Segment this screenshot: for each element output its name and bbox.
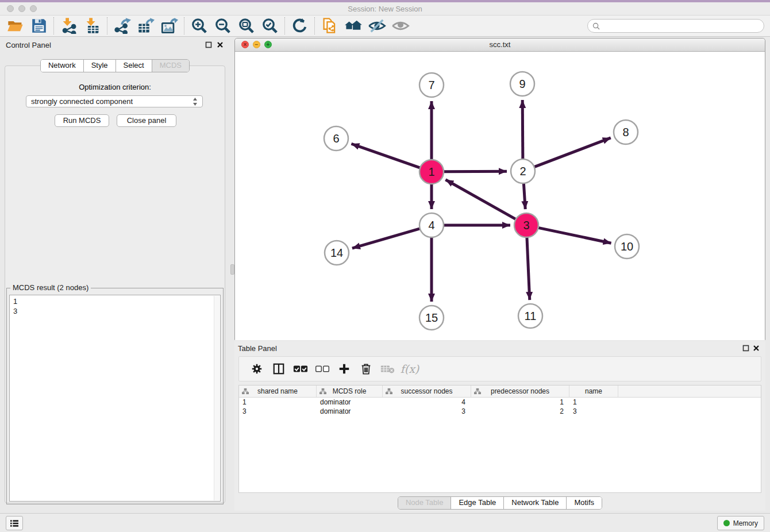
table-settings-icon[interactable] — [246, 360, 268, 377]
close-panel-icon[interactable] — [217, 41, 224, 49]
zoom-in-icon[interactable] — [187, 17, 211, 35]
task-list-icon — [10, 519, 19, 527]
cell-successor-nodes[interactable]: 4 — [383, 398, 471, 407]
tab-network-table[interactable]: Network Table — [504, 497, 567, 509]
refresh-view-icon[interactable] — [288, 17, 311, 35]
cell-successor-nodes[interactable]: 3 — [383, 407, 471, 416]
graph-edge-3-10[interactable] — [538, 228, 611, 243]
graph-node-1[interactable]: 1 — [419, 160, 444, 184]
save-session-icon[interactable] — [27, 17, 51, 35]
criterion-dropdown[interactable]: strongly connected component — [26, 95, 203, 107]
export-table-icon[interactable] — [134, 17, 157, 35]
cell-predecessor-nodes[interactable]: 2 — [471, 407, 569, 416]
run-mcds-button[interactable]: Run MCDS — [55, 114, 109, 127]
graph-node-7[interactable]: 7 — [419, 73, 444, 97]
show-all-icon[interactable] — [388, 17, 412, 35]
network-window-titlebar[interactable]: × − + scc.txt — [235, 38, 765, 52]
graph-edge-1-6[interactable] — [351, 144, 420, 168]
tab-motifs[interactable]: Motifs — [567, 497, 602, 509]
graph-node-15[interactable]: 15 — [419, 306, 444, 330]
svg-text:4: 4 — [428, 219, 434, 232]
graph-edge-3-11[interactable] — [527, 237, 530, 300]
graph-node-11[interactable]: 11 — [518, 304, 542, 328]
network-view-window: × − + scc.txt 7968124314101511 — [234, 38, 765, 340]
graph-edge-2-8[interactable] — [534, 138, 611, 167]
column-header-name[interactable]: name — [569, 385, 618, 397]
graph-node-6[interactable]: 6 — [324, 126, 348, 151]
clone-network-icon[interactable] — [318, 17, 341, 35]
toolbar-separator — [107, 17, 107, 34]
graph-edge-2-9[interactable] — [522, 100, 523, 159]
column-header-mcds-role[interactable]: MCDS role — [317, 385, 383, 397]
import-table-icon[interactable] — [80, 17, 104, 35]
graph-node-9[interactable]: 9 — [510, 72, 534, 96]
vertical-splitter[interactable] — [230, 38, 234, 506]
graph-node-4[interactable]: 4 — [419, 213, 444, 237]
hide-others-icon[interactable] — [365, 17, 388, 35]
float-panel-icon[interactable] — [205, 41, 213, 49]
zoom-fit-icon[interactable] — [234, 17, 258, 35]
search-field[interactable] — [587, 19, 764, 33]
add-row-icon[interactable] — [333, 360, 355, 377]
tab-style[interactable]: Style — [84, 60, 116, 72]
table-row[interactable]: 3 dominator 3 2 3 — [239, 407, 761, 416]
table-header-row: shared name MCDS role successor nodes pr… — [239, 385, 761, 398]
home-view-icon[interactable] — [341, 17, 365, 35]
select-all-icon[interactable] — [290, 360, 311, 377]
tab-edge-table[interactable]: Edge Table — [451, 497, 504, 509]
graph-node-10[interactable]: 10 — [615, 234, 639, 259]
tab-node-table[interactable]: Node Table — [398, 497, 452, 509]
memory-button[interactable]: Memory — [717, 516, 764, 530]
graph-node-2[interactable]: 2 — [511, 159, 535, 183]
cell-mcds-role[interactable]: dominator — [317, 407, 383, 416]
column-header-predecessor-nodes[interactable]: predecessor nodes — [471, 385, 569, 397]
network-canvas[interactable]: 7968124314101511 — [235, 52, 765, 340]
column-header-shared-name[interactable]: shared name — [239, 385, 317, 397]
cell-shared-name[interactable]: 3 — [239, 407, 317, 416]
zoom-selected-icon[interactable] — [258, 17, 282, 35]
cell-mcds-role[interactable]: dominator — [317, 398, 383, 407]
cell-name[interactable]: 3 — [569, 407, 618, 416]
graph-node-3[interactable]: 3 — [514, 213, 538, 237]
tab-network[interactable]: Network — [41, 60, 84, 72]
svg-text:7: 7 — [428, 79, 434, 91]
svg-text:6: 6 — [333, 132, 339, 145]
deselect-all-icon[interactable] — [311, 360, 333, 377]
task-history-button[interactable] — [6, 516, 23, 530]
export-network-icon[interactable] — [110, 17, 134, 35]
svg-text:2: 2 — [519, 165, 526, 178]
column-header-successor-nodes[interactable]: successor nodes — [383, 385, 471, 397]
graph-edge-4-14[interactable] — [352, 229, 420, 248]
table-row[interactable]: 1 dominator 4 1 1 — [239, 398, 761, 407]
graph-edge-1-2[interactable] — [444, 171, 507, 172]
delete-row-icon[interactable] — [355, 360, 377, 377]
cell-predecessor-nodes[interactable]: 1 — [471, 398, 569, 407]
export-image-icon[interactable] — [157, 17, 181, 35]
control-panel: Control Panel Network Style Select MCDS … — [0, 38, 230, 506]
graph-edge-3-1[interactable] — [445, 180, 515, 219]
main-toolbar — [0, 16, 770, 37]
svg-text:9: 9 — [519, 78, 525, 90]
mcds-result-list[interactable]: 1 3 — [9, 295, 221, 502]
svg-text:1: 1 — [428, 165, 434, 178]
search-icon — [592, 22, 600, 30]
search-input[interactable] — [603, 21, 759, 30]
graph-node-14[interactable]: 14 — [325, 241, 349, 265]
graph-node-8[interactable]: 8 — [614, 120, 638, 144]
tab-mcds[interactable]: MCDS — [152, 60, 189, 72]
splitter-grip[interactable] — [230, 264, 234, 275]
cell-shared-name[interactable]: 1 — [239, 398, 317, 407]
graph-edge-2-3[interactable] — [523, 183, 525, 209]
show-columns-icon[interactable] — [268, 360, 290, 377]
cell-name[interactable]: 1 — [569, 398, 618, 407]
close-panel-button[interactable]: Close panel — [117, 114, 176, 127]
open-session-icon[interactable] — [3, 17, 27, 35]
mcds-result-group: MCDS result (2 nodes) 1 3 — [6, 288, 224, 504]
zoom-out-icon[interactable] — [211, 17, 234, 35]
close-table-panel-icon[interactable] — [753, 345, 760, 352]
svg-text:8: 8 — [622, 126, 629, 138]
import-network-icon[interactable] — [57, 17, 80, 35]
float-table-panel-icon[interactable] — [742, 345, 750, 352]
result-scrollbar[interactable] — [214, 296, 220, 500]
tab-select[interactable]: Select — [116, 60, 152, 72]
